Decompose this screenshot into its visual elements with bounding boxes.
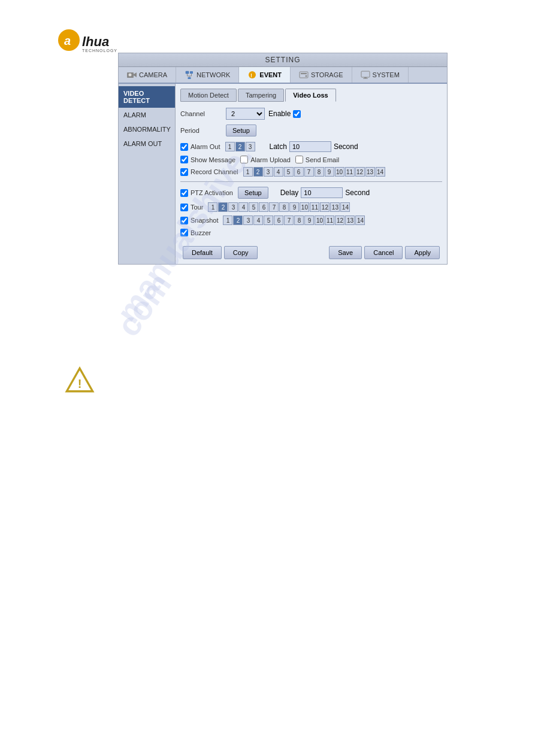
cancel-button[interactable]: Cancel: [364, 246, 403, 259]
copy-button[interactable]: Copy: [224, 246, 258, 259]
nav-event[interactable]: ! EVENT: [239, 67, 291, 83]
sidebar-item-video-detect-label: VIDEO DETECT: [123, 90, 150, 104]
save-button[interactable]: Save: [329, 246, 362, 259]
record-channel-boxes-box-8[interactable]: 8: [315, 167, 324, 177]
network-icon: [185, 70, 194, 80]
snapshot-boxes-box-14[interactable]: 14: [355, 215, 365, 225]
tab-tampering[interactable]: Tampering: [238, 89, 284, 102]
delay-input[interactable]: [301, 187, 343, 198]
period-setup-button[interactable]: Setup: [226, 125, 256, 136]
buzzer-row: Buzzer: [180, 229, 442, 236]
record-channel-checkbox[interactable]: [180, 168, 188, 176]
record-channel-boxes-box-1[interactable]: 1: [243, 167, 253, 177]
sidebar-item-alarm-out-label: ALARM OUT: [123, 140, 162, 147]
record-channel-boxes-box-2[interactable]: 2: [253, 167, 263, 177]
tour-boxes-box-6[interactable]: 6: [259, 202, 268, 212]
sidebar-item-video-detect[interactable]: VIDEO DETECT: [119, 86, 175, 108]
send-email-checkbox[interactable]: [295, 156, 303, 163]
snapshot-boxes-box-8[interactable]: 8: [294, 215, 304, 225]
tab-video-loss[interactable]: Video Loss: [285, 89, 335, 102]
nav-storage-label: STORAGE: [311, 71, 343, 78]
snapshot-boxes-box-12[interactable]: 12: [335, 215, 344, 225]
tour-boxes-box-4[interactable]: 4: [238, 202, 248, 212]
alarm-out-box-1[interactable]: 1: [225, 142, 235, 151]
delay-label: Delay: [280, 189, 299, 197]
snapshot-checkbox[interactable]: [180, 217, 188, 224]
system-icon: [361, 70, 370, 80]
alarm-out-box-2[interactable]: 2: [235, 142, 245, 151]
snapshot-boxes-box-1[interactable]: 1: [223, 215, 232, 225]
snapshot-boxes-box-7[interactable]: 7: [284, 215, 294, 225]
buzzer-checkbox[interactable]: [180, 229, 188, 236]
message-row: Show Message Alarm Upload Send Email: [180, 156, 442, 163]
ptz-setup-button[interactable]: Setup: [238, 187, 268, 199]
record-channel-boxes-box-7[interactable]: 7: [304, 167, 314, 177]
tour-boxes-box-10[interactable]: 10: [300, 202, 309, 212]
tour-checkbox[interactable]: [180, 204, 188, 211]
setting-header: SETTING: [119, 53, 447, 67]
record-channel-boxes-box-9[interactable]: 9: [325, 167, 334, 177]
tour-boxes-box-7[interactable]: 7: [269, 202, 279, 212]
record-channel-boxes-box-12[interactable]: 12: [355, 167, 365, 177]
nav-camera[interactable]: CAMERA: [119, 67, 176, 83]
alarm-upload-checkbox[interactable]: [240, 156, 248, 163]
sidebar-item-alarm-label: ALARM: [123, 111, 146, 119]
sidebar-item-abnormality[interactable]: ABNORMALITY: [119, 122, 175, 136]
latch-input[interactable]: [289, 141, 331, 152]
record-channel-boxes-box-4[interactable]: 4: [274, 167, 283, 177]
snapshot-boxes-box-4[interactable]: 4: [253, 215, 263, 225]
tour-boxes-box-9[interactable]: 9: [289, 202, 299, 212]
tour-boxes-box-13[interactable]: 13: [330, 202, 340, 212]
svg-point-6: [129, 74, 132, 77]
bottom-buttons: Default Copy Save Cancel Apply: [180, 246, 442, 259]
record-channel-boxes-box-13[interactable]: 13: [365, 167, 375, 177]
snapshot-boxes-box-5[interactable]: 5: [264, 215, 273, 225]
tour-boxes-box-11[interactable]: 11: [310, 202, 319, 212]
record-channel-boxes-box-6[interactable]: 6: [294, 167, 304, 177]
tour-boxes-box-12[interactable]: 12: [320, 202, 330, 212]
record-channel-boxes-box-14[interactable]: 14: [376, 167, 385, 177]
record-channel-boxes-box-3[interactable]: 3: [264, 167, 273, 177]
snapshot-boxes-box-11[interactable]: 11: [325, 215, 334, 225]
alarm-out-checkbox[interactable]: [180, 143, 188, 151]
right-buttons: Save Cancel Apply: [329, 246, 440, 259]
tour-boxes: 1234567891011121314: [208, 202, 350, 212]
snapshot-boxes-box-6[interactable]: 6: [274, 215, 283, 225]
nav-storage[interactable]: STORAGE: [291, 67, 352, 83]
tour-boxes-box-14[interactable]: 14: [340, 202, 350, 212]
tour-boxes-box-3[interactable]: 3: [228, 202, 238, 212]
show-message-checkbox[interactable]: [180, 156, 188, 163]
snapshot-boxes-box-2[interactable]: 2: [233, 215, 243, 225]
snapshot-boxes-box-10[interactable]: 10: [315, 215, 324, 225]
storage-icon: [299, 70, 309, 80]
latch-unit: Second: [334, 142, 358, 151]
tour-boxes-box-1[interactable]: 1: [208, 202, 217, 212]
snapshot-row: Snapshot 1234567891011121314: [180, 215, 442, 225]
snapshot-boxes-box-3[interactable]: 3: [243, 215, 253, 225]
tour-boxes-box-2[interactable]: 2: [218, 202, 228, 212]
svg-point-19: [305, 75, 307, 77]
nav-network[interactable]: NETWORK: [176, 67, 239, 83]
show-message-label: Show Message: [191, 156, 235, 163]
default-button[interactable]: Default: [183, 246, 222, 259]
tab-motion-detect[interactable]: Motion Detect: [180, 89, 237, 102]
record-channel-boxes: 1234567891011121314: [243, 167, 385, 177]
tour-boxes-box-5[interactable]: 5: [249, 202, 258, 212]
ptz-activation-checkbox[interactable]: [180, 189, 188, 197]
snapshot-boxes-box-9[interactable]: 9: [304, 215, 314, 225]
nav-system[interactable]: SYSTEM: [352, 67, 409, 83]
svg-text:TECHNOLOGY: TECHNOLOGY: [82, 48, 117, 53]
record-channel-boxes-box-10[interactable]: 10: [335, 167, 344, 177]
snapshot-boxes-box-13[interactable]: 13: [345, 215, 355, 225]
alarm-out-box-3[interactable]: 3: [246, 142, 255, 151]
svg-rect-18: [301, 73, 307, 74]
sidebar-item-alarm[interactable]: ALARM: [119, 108, 175, 122]
channel-select[interactable]: 2: [226, 108, 265, 120]
svg-text:!: !: [78, 377, 82, 390]
apply-button[interactable]: Apply: [405, 246, 440, 259]
enable-checkbox[interactable]: [293, 110, 301, 118]
record-channel-boxes-box-11[interactable]: 11: [345, 167, 355, 177]
sidebar-item-alarm-out[interactable]: ALARM OUT: [119, 136, 175, 151]
tour-boxes-box-8[interactable]: 8: [279, 202, 289, 212]
record-channel-boxes-box-5[interactable]: 5: [284, 167, 294, 177]
